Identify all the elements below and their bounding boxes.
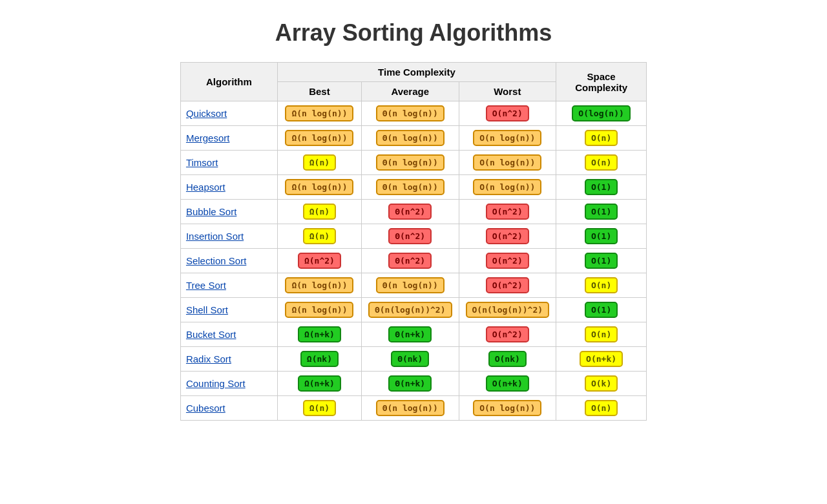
- page-title: Array Sorting Algorithms: [275, 19, 552, 47]
- worst-time-complexity: O(n^2): [459, 273, 556, 298]
- badge: Θ(n log(n)): [376, 105, 445, 121]
- badge: Ω(n): [303, 204, 336, 220]
- average-complexity: Θ(n^2): [361, 249, 459, 273]
- average-complexity: Θ(n log(n)): [361, 273, 459, 298]
- badge: O(n^2): [486, 253, 529, 269]
- header-worst-time: Worst: [459, 82, 556, 101]
- space-complexity: O(n): [556, 126, 647, 151]
- badge: Ω(n log(n)): [285, 277, 353, 293]
- header-space-complexity: Space Complexity: [556, 63, 647, 101]
- badge: Θ(n^2): [388, 204, 432, 220]
- badge: Θ(n^2): [388, 253, 432, 269]
- algorithm-name[interactable]: Bucket Sort: [180, 322, 277, 347]
- space-complexity: O(log(n)): [556, 101, 647, 126]
- badge: O(n^2): [486, 326, 529, 342]
- badge: O(n^2): [486, 228, 529, 244]
- algorithm-name[interactable]: Shell Sort: [180, 298, 277, 322]
- best-complexity: Ω(n): [277, 200, 361, 224]
- badge: O(n^2): [486, 204, 529, 220]
- algorithm-name[interactable]: Tree Sort: [180, 273, 277, 298]
- worst-time-complexity: O(n+k): [459, 372, 556, 396]
- algorithm-name[interactable]: Bubble Sort: [180, 200, 277, 224]
- badge: O(n+k): [580, 351, 623, 367]
- worst-time-complexity: O(n^2): [459, 249, 556, 273]
- best-complexity: Ω(n log(n)): [277, 175, 361, 200]
- badge: O(n): [585, 326, 618, 342]
- badge: O(1): [585, 228, 618, 244]
- space-complexity: O(k): [556, 372, 647, 396]
- space-complexity: O(1): [556, 224, 647, 249]
- space-complexity: O(n): [556, 273, 647, 298]
- best-complexity: Ω(n log(n)): [277, 126, 361, 151]
- badge: Θ(n log(n)): [376, 277, 445, 293]
- table-row: Shell SortΩ(n log(n))Θ(n(log(n))^2)O(n(l…: [180, 298, 646, 322]
- badge: O(nk): [488, 351, 527, 367]
- best-complexity: Ω(n+k): [277, 322, 361, 347]
- worst-time-complexity: O(n^2): [459, 224, 556, 249]
- algorithm-name[interactable]: Radix Sort: [180, 347, 277, 372]
- badge: Θ(n^2): [388, 228, 432, 244]
- space-complexity: O(1): [556, 249, 647, 273]
- badge: O(1): [585, 302, 618, 318]
- algorithm-name[interactable]: Counting Sort: [180, 372, 277, 396]
- table-row: TimsortΩ(n)Θ(n log(n))O(n log(n))O(n): [180, 151, 646, 175]
- badge: O(n(log(n))^2): [466, 302, 550, 318]
- table-row: Bubble SortΩ(n)Θ(n^2)O(n^2)O(1): [180, 200, 646, 224]
- badge: O(log(n)): [572, 105, 630, 121]
- badge: O(n+k): [486, 375, 529, 392]
- badge: Ω(n log(n)): [285, 130, 353, 146]
- badge: O(k): [585, 375, 618, 392]
- worst-time-complexity: O(n log(n)): [459, 396, 556, 421]
- space-complexity: O(1): [556, 298, 647, 322]
- table-row: Radix SortΩ(nk)Θ(nk)O(nk)O(n+k): [180, 347, 646, 372]
- algorithm-name[interactable]: Insertion Sort: [180, 224, 277, 249]
- average-complexity: Θ(nk): [361, 347, 459, 372]
- sorting-table: Algorithm Time Complexity Space Complexi…: [180, 62, 647, 421]
- badge: Ω(n): [303, 154, 336, 171]
- badge: O(1): [585, 179, 618, 195]
- badge: Ω(n log(n)): [285, 105, 353, 121]
- algorithm-name[interactable]: Cubesort: [180, 396, 277, 421]
- badge: Θ(nk): [391, 351, 429, 367]
- badge: O(n): [585, 400, 618, 416]
- badge: Θ(n(log(n))^2): [368, 302, 452, 318]
- algorithm-name[interactable]: Mergesort: [180, 126, 277, 151]
- space-complexity: O(1): [556, 175, 647, 200]
- space-complexity: O(n): [556, 396, 647, 421]
- table-row: QuicksortΩ(n log(n))Θ(n log(n))O(n^2)O(l…: [180, 101, 646, 126]
- average-complexity: Θ(n+k): [361, 322, 459, 347]
- worst-time-complexity: O(n^2): [459, 101, 556, 126]
- worst-time-complexity: O(n log(n)): [459, 151, 556, 175]
- badge: Θ(n log(n)): [376, 179, 445, 195]
- header-algorithm: Algorithm: [180, 63, 277, 101]
- badge: Ω(n): [303, 400, 336, 416]
- algorithm-name[interactable]: Quicksort: [180, 101, 277, 126]
- table-row: MergesortΩ(n log(n))Θ(n log(n))O(n log(n…: [180, 126, 646, 151]
- table-row: Tree SortΩ(n log(n))Θ(n log(n))O(n^2)O(n…: [180, 273, 646, 298]
- badge: Ω(n log(n)): [285, 179, 353, 195]
- table-row: CubesortΩ(n)Θ(n log(n))O(n log(n))O(n): [180, 396, 646, 421]
- space-complexity: O(n): [556, 151, 647, 175]
- algorithm-name[interactable]: Selection Sort: [180, 249, 277, 273]
- badge: Ω(n^2): [298, 253, 341, 269]
- best-complexity: Ω(n log(n)): [277, 273, 361, 298]
- algorithm-name[interactable]: Timsort: [180, 151, 277, 175]
- badge: Ω(nk): [300, 351, 339, 367]
- worst-time-complexity: O(n(log(n))^2): [459, 298, 556, 322]
- badge: Ω(n+k): [298, 375, 341, 392]
- badge: O(n log(n)): [473, 154, 541, 171]
- space-complexity: O(n+k): [556, 347, 647, 372]
- table-row: Bucket SortΩ(n+k)Θ(n+k)O(n^2)O(n): [180, 322, 646, 347]
- average-complexity: Θ(n log(n)): [361, 126, 459, 151]
- worst-time-complexity: O(n log(n)): [459, 175, 556, 200]
- badge: O(n log(n)): [473, 400, 541, 416]
- best-complexity: Ω(n log(n)): [277, 101, 361, 126]
- badge: O(1): [585, 253, 618, 269]
- table-row: Insertion SortΩ(n)Θ(n^2)O(n^2)O(1): [180, 224, 646, 249]
- badge: O(n^2): [486, 105, 529, 121]
- badge: Θ(n+k): [388, 375, 432, 392]
- algorithm-name[interactable]: Heapsort: [180, 175, 277, 200]
- best-complexity: Ω(n): [277, 151, 361, 175]
- average-complexity: Θ(n(log(n))^2): [361, 298, 459, 322]
- badge: Θ(n log(n)): [376, 154, 445, 171]
